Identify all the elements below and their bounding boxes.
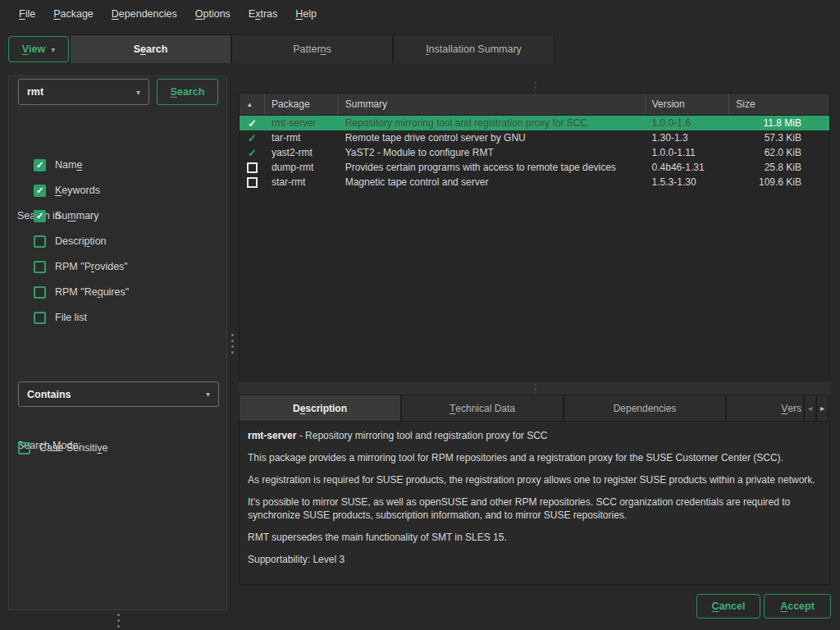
menu-item-extras[interactable]: Extras — [241, 4, 285, 24]
status-keep-icon[interactable]: ✓ — [240, 147, 265, 159]
version-cell: 1.30-1.3 — [646, 132, 730, 144]
version-cell: 1.0.0-1.11 — [646, 147, 730, 158]
checkbox-icon: ✓ — [34, 210, 46, 222]
case-sensitive-checkbox[interactable]: Case Sensitive — [18, 441, 107, 454]
tab-scroll-right-icon[interactable]: ▸ — [816, 395, 829, 421]
table-row-tar-rmt[interactable]: ✓tar-rmtRemote tape drive control server… — [240, 130, 829, 145]
checkbox-icon: ✓ — [34, 159, 46, 171]
description-paragraph: It's possible to mirror SUSE, as well as… — [248, 495, 821, 522]
summary-cell: Repository mirroring tool and registrati… — [339, 117, 646, 129]
menu-item-help[interactable]: Help — [288, 4, 324, 24]
checkbox-label: File list — [55, 312, 87, 323]
status-keep-icon[interactable]: ✓ — [240, 132, 265, 144]
top-tab-bar: SearchPatternsInstallation Summary — [70, 34, 555, 63]
menu-item-file[interactable]: File — [11, 4, 43, 24]
chevron-down-icon: ▾ — [51, 45, 55, 54]
tab-search[interactable]: Search — [70, 34, 231, 63]
search-panel: rmt ▾ Search Search in ✓Name✓Keywords✓Su… — [8, 75, 227, 610]
size-cell: 57.3 KiB — [729, 132, 829, 144]
tab-scroll-left-icon[interactable]: ◂ — [804, 395, 816, 421]
size-cell: 25.8 KiB — [729, 162, 829, 173]
version-cell: 0.4b46-1.31 — [646, 162, 730, 173]
menu-item-package[interactable]: Package — [46, 4, 101, 24]
detail-tab-technical-data[interactable]: Technical Data — [401, 395, 564, 421]
package-name-cell: tar-rmt — [265, 132, 339, 144]
cancel-button[interactable]: Cancel — [696, 594, 760, 619]
view-button-label: View — [22, 43, 45, 55]
search-mode-value: Contains — [27, 389, 71, 400]
summary-cell: Provides certain programs with access to… — [339, 162, 646, 173]
summary-cell: YaST2 - Module to configure RMT — [339, 147, 646, 158]
keep-installed-icon: ✓ — [248, 132, 257, 144]
checkbox-summary[interactable]: ✓Summary — [34, 209, 99, 222]
checkbox-file-list[interactable]: File list — [34, 311, 87, 324]
table-row-dump-rmt[interactable]: dump-rmtProvides certain programs with a… — [240, 160, 829, 175]
checkbox-label: RPM "Provides" — [55, 261, 128, 272]
menu-item-options[interactable]: Options — [188, 4, 238, 24]
checkbox-rpm-requires[interactable]: RPM "Requires" — [34, 285, 129, 299]
package-name-cell: star-rmt — [265, 176, 339, 188]
checkbox-label: RPM "Requires" — [55, 286, 129, 298]
panel-splitter-handle[interactable] — [231, 334, 234, 354]
status-none-icon[interactable] — [240, 162, 265, 173]
checkbox-label: Keywords — [55, 185, 100, 196]
empty-checkbox-icon — [247, 162, 258, 173]
top-splitter-handle[interactable] — [534, 82, 537, 94]
accept-button[interactable]: Accept — [764, 594, 831, 619]
version-cell: 1.0.0-1.6 — [646, 117, 730, 129]
keep-installed-icon: ✓ — [248, 147, 257, 159]
description-title: rmt-server - Repository mirroring tool a… — [248, 429, 821, 442]
status-install-icon[interactable]: ✓ — [240, 117, 265, 130]
checkbox-icon — [18, 442, 30, 454]
detail-tab-dependencies[interactable]: Dependencies — [564, 395, 726, 421]
package-column-header[interactable]: Package — [265, 94, 339, 115]
detail-tab-bar: DescriptionTechnical DataDependenciesVer… — [239, 395, 830, 421]
package-table: ▴ Package Summary Version Size ✓rmt-serv… — [239, 93, 830, 381]
summary-cell: Magnetic tape control and server — [339, 176, 646, 188]
checkbox-rpm-provides[interactable]: RPM "Provides" — [34, 260, 128, 273]
summary-column-header[interactable]: Summary — [339, 94, 646, 115]
search-query-combobox[interactable]: rmt ▾ — [18, 79, 149, 105]
detail-tab-description[interactable]: Description — [239, 395, 401, 421]
view-button[interactable]: View ▾ — [8, 36, 69, 62]
bottom-left-splitter-handle[interactable] — [116, 614, 120, 628]
checkbox-icon — [34, 261, 46, 273]
package-table-header: ▴ Package Summary Version Size — [240, 94, 829, 116]
tab-patterns[interactable]: Patterns — [231, 34, 393, 63]
checkbox-label: Description — [55, 235, 107, 247]
size-column-header[interactable]: Size — [729, 94, 829, 115]
search-button[interactable]: Search — [157, 79, 218, 105]
sort-ascending-icon: ▴ — [248, 100, 252, 108]
package-name-cell: rmt-server — [265, 117, 339, 129]
description-body: This package provides a mirroring tool f… — [248, 451, 821, 566]
search-mode-combobox[interactable]: Contains ▾ — [18, 381, 219, 407]
table-row-rmt-server[interactable]: ✓rmt-serverRepository mirroring tool and… — [240, 116, 829, 130]
detail-tab-vers[interactable]: Vers — [726, 395, 804, 421]
menu-item-dependencies[interactable]: Dependencies — [104, 4, 185, 24]
version-column-header[interactable]: Version — [646, 94, 730, 115]
size-cell: 62.0 KiB — [729, 147, 829, 158]
version-cell: 1.5.3-1.30 — [646, 176, 730, 188]
checkbox-label: Summary — [55, 210, 99, 221]
status-none-icon[interactable] — [240, 177, 265, 188]
description-pane: rmt-server - Repository mirroring tool a… — [239, 421, 830, 585]
summary-cell: Remote tape drive control server by GNU — [339, 132, 646, 144]
checkbox-description[interactable]: Description — [34, 235, 107, 248]
description-paragraph: This package provides a mirroring tool f… — [248, 451, 821, 464]
description-package-name: rmt-server — [248, 430, 296, 441]
checkbox-label: Name — [55, 159, 82, 171]
tab-installation-summary[interactable]: Installation Summary — [393, 34, 555, 63]
chevron-down-icon: ▾ — [136, 88, 140, 97]
status-column-header[interactable]: ▴ — [240, 94, 265, 115]
empty-checkbox-icon — [247, 177, 258, 188]
checkbox-icon — [34, 312, 46, 324]
table-detail-splitter-handle[interactable] — [534, 384, 537, 395]
size-cell: 11.8 MiB — [729, 117, 829, 129]
table-row-star-rmt[interactable]: star-rmtMagnetic tape control and server… — [240, 175, 829, 189]
checkbox-keywords[interactable]: ✓Keywords — [34, 184, 100, 197]
package-name-cell: dump-rmt — [265, 162, 339, 173]
checkbox-name[interactable]: ✓Name — [34, 158, 82, 171]
checkbox-icon — [34, 286, 46, 299]
table-row-yast2-rmt[interactable]: ✓yast2-rmtYaST2 - Module to configure RM… — [240, 145, 829, 160]
search-query-value: rmt — [27, 86, 43, 98]
